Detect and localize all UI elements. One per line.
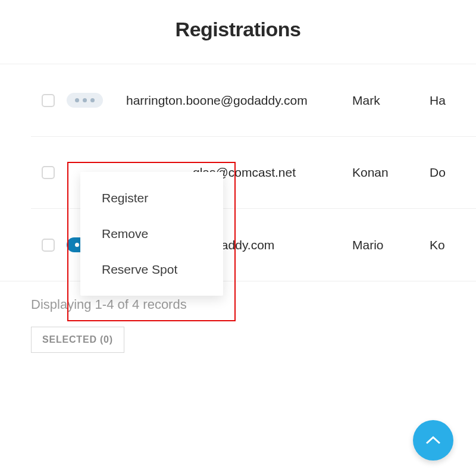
- row-checkbox[interactable]: [42, 166, 55, 179]
- row-checkbox[interactable]: [42, 94, 55, 107]
- checkbox-cell: [31, 166, 67, 179]
- row-checkbox[interactable]: [42, 239, 55, 252]
- page-header: Registrations: [0, 0, 476, 64]
- records-count-text: Displaying 1-4 of 4 records: [31, 297, 476, 312]
- dot-icon: [90, 98, 95, 102]
- last-name-cell: Do: [430, 165, 476, 180]
- table-row: harrington.boone@godaddy.com Mark Ha: [31, 64, 476, 137]
- table-footer: Displaying 1-4 of 4 records SELECTED (0): [0, 281, 476, 353]
- selected-count-button[interactable]: SELECTED (0): [31, 327, 124, 353]
- first-name-cell: Mario: [352, 238, 430, 252]
- dot-icon: [83, 98, 87, 102]
- email-cell: harrington.boone@godaddy.com: [126, 93, 352, 108]
- dot-icon: [75, 98, 79, 102]
- actions-cell: [67, 93, 126, 108]
- checkbox-cell: [31, 94, 67, 107]
- registrations-table: harrington.boone@godaddy.com Mark Ha gla…: [0, 64, 476, 281]
- first-name-cell: Konan: [352, 165, 430, 180]
- dropdown-item-reserve-spot[interactable]: Reserve Spot: [80, 252, 223, 287]
- dot-icon: [75, 243, 79, 247]
- checkbox-cell: [31, 239, 67, 252]
- page-title: Registrations: [0, 18, 476, 41]
- row-actions-dropdown: Register Remove Reserve Spot: [80, 172, 223, 296]
- first-name-cell: Mark: [352, 93, 430, 108]
- row-actions-menu-button[interactable]: [67, 93, 103, 108]
- scroll-to-top-button[interactable]: [413, 420, 453, 461]
- dropdown-item-remove[interactable]: Remove: [80, 216, 223, 252]
- last-name-cell: Ha: [430, 93, 476, 108]
- last-name-cell: Ko: [430, 238, 476, 252]
- chevron-up-icon: [425, 435, 441, 446]
- dropdown-item-register[interactable]: Register: [80, 180, 223, 216]
